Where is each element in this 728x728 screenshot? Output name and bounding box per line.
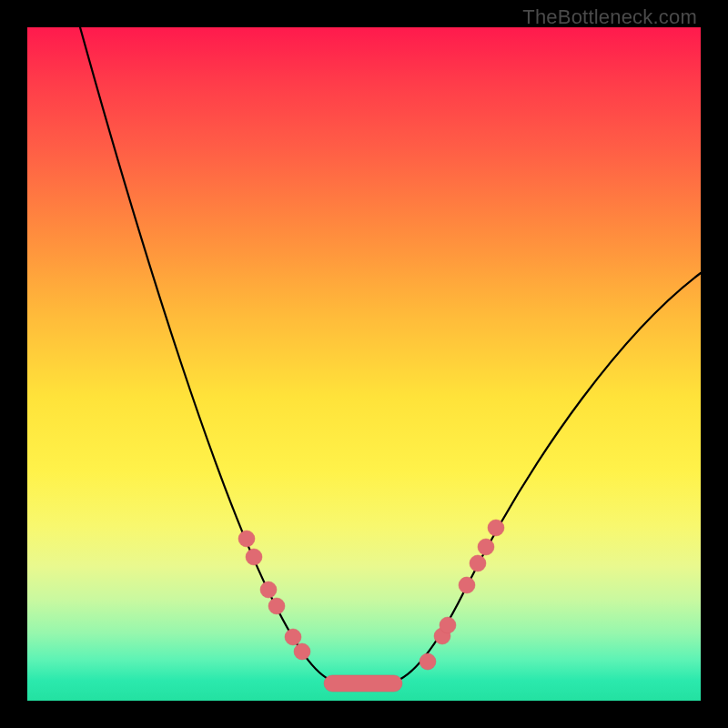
curve-marker-right (470, 555, 486, 571)
curve-flat-segment (324, 675, 402, 692)
curve-marker-left (246, 549, 262, 565)
curve-marker-left (238, 531, 255, 547)
curve-marker-left (268, 598, 285, 614)
curve-marker-right (459, 577, 475, 593)
curve-marker-right (478, 539, 494, 555)
curve-marker-right (420, 653, 436, 670)
plot-area (27, 27, 701, 701)
curve-marker-right (488, 520, 504, 536)
bottleneck-curve (80, 27, 701, 682)
chart-frame: TheBottleneck.com (0, 0, 728, 728)
curve-marker-right (440, 617, 456, 633)
curve-marker-left (294, 643, 310, 660)
curve-marker-left (285, 629, 301, 645)
curve-svg (27, 27, 701, 701)
watermark-text: TheBottleneck.com (522, 5, 697, 29)
curve-marker-left (260, 581, 277, 598)
